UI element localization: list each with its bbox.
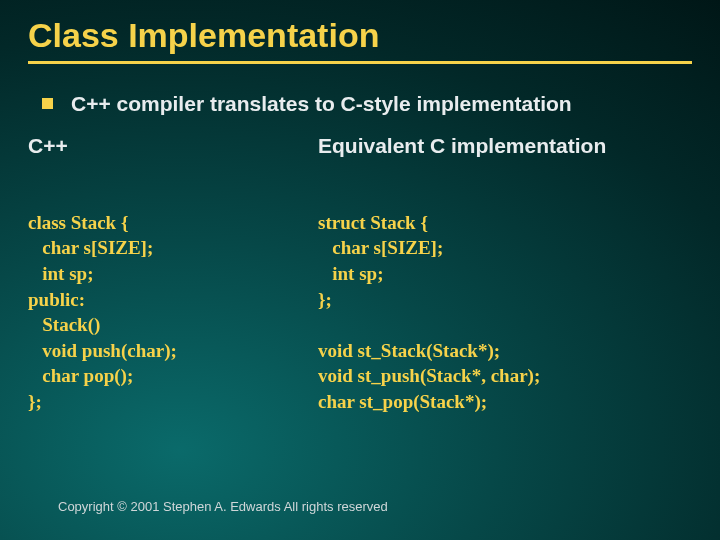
bullet-square-icon: [42, 98, 53, 109]
code-line: char s[SIZE];: [318, 237, 443, 258]
code-line: void st_Stack(Stack*);: [318, 340, 500, 361]
bullet-text: C++ compiler translates to C-style imple…: [71, 92, 572, 116]
code-line: int sp;: [318, 263, 383, 284]
slide: Class Implementation C++ compiler transl…: [0, 0, 720, 540]
code-line: char s[SIZE];: [28, 237, 153, 258]
code-line: void st_push(Stack*, char);: [318, 365, 540, 386]
code-line: char st_pop(Stack*);: [318, 391, 487, 412]
column-cpp: C++ class Stack { char s[SIZE]; int sp; …: [28, 134, 318, 415]
code-line: };: [318, 289, 332, 310]
cpp-code: class Stack { char s[SIZE]; int sp; publ…: [28, 184, 318, 415]
code-line: };: [28, 391, 42, 412]
column-c: Equivalent C implementation struct Stack…: [318, 134, 690, 415]
column-cpp-heading: C++: [28, 134, 318, 158]
code-columns: C++ class Stack { char s[SIZE]; int sp; …: [0, 116, 720, 415]
code-line: struct Stack {: [318, 212, 428, 233]
code-line: Stack(): [28, 314, 100, 335]
code-line: int sp;: [28, 263, 93, 284]
column-c-heading: Equivalent C implementation: [318, 134, 690, 158]
c-code: struct Stack { char s[SIZE]; int sp; }; …: [318, 184, 690, 415]
copyright-text: Copyright © 2001 Stephen A. Edwards All …: [58, 499, 388, 514]
bullet-row: C++ compiler translates to C-style imple…: [0, 64, 720, 116]
code-line: void push(char);: [28, 340, 177, 361]
code-line: public:: [28, 289, 85, 310]
code-line: class Stack {: [28, 212, 128, 233]
page-title: Class Implementation: [0, 0, 720, 61]
code-line: char pop();: [28, 365, 133, 386]
